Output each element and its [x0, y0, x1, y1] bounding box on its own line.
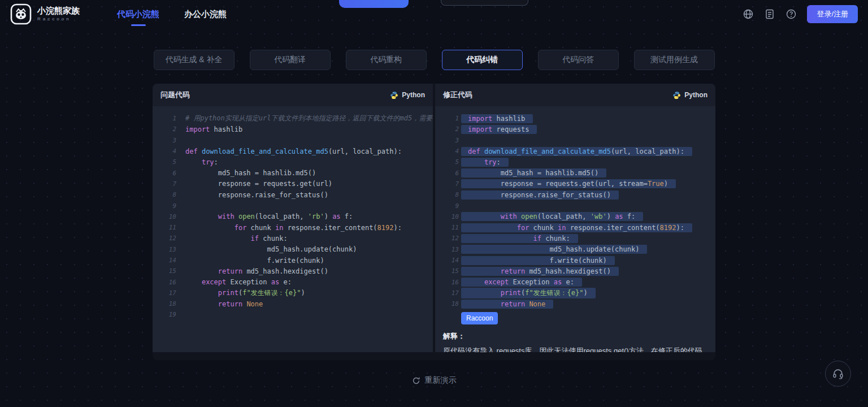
- code-line: 1# 用python实现从指定url下载文件到本地指定路径，返回下载文件的md5…: [153, 113, 433, 124]
- fixed-code-editor[interactable]: 1import hashlib2import requests34def dow…: [435, 106, 715, 352]
- code-line: 18 return None: [435, 298, 715, 309]
- problem-code-header: 问题代码 Python: [153, 84, 433, 106]
- language-badge: Python: [390, 91, 425, 99]
- language-label: Python: [684, 91, 708, 99]
- line-number: 17: [153, 289, 176, 297]
- feature-tab[interactable]: 代码纠错: [442, 50, 523, 70]
- line-number: 18: [435, 300, 459, 308]
- line-number: 3: [153, 137, 176, 144]
- explanation-title: 解释：: [443, 331, 708, 341]
- document-icon[interactable]: [764, 8, 775, 20]
- feature-tab[interactable]: 代码重构: [346, 50, 427, 70]
- language-badge: Python: [672, 91, 708, 99]
- brand-name: 小浣熊家族: [37, 6, 80, 16]
- line-number: 3: [435, 137, 459, 144]
- line-number: 2: [435, 125, 459, 133]
- code-line: 19: [153, 309, 433, 320]
- code-line: 8 response.raise_for_status(): [435, 189, 715, 200]
- line-number: 5: [435, 158, 459, 166]
- line-number: 9: [435, 202, 459, 210]
- code-line: 9: [435, 200, 715, 211]
- code-line: 15 return md5_hash.hexdigest(): [435, 266, 715, 276]
- code-line: 2import hashlib: [153, 124, 433, 135]
- problem-code-editor[interactable]: 1# 用python实现从指定url下载文件到本地指定路径，返回下载文件的md5…: [153, 106, 433, 352]
- code-line: 18 return None: [153, 298, 433, 309]
- code-line: 11 for chunk in response.iter_content(81…: [435, 222, 715, 233]
- problem-code-panel: 问题代码 Python 1# 用python实现从指定url下载文件到本地指定路…: [153, 84, 433, 352]
- code-line: 16 except Exception as e:: [435, 276, 715, 287]
- code-line: 11 for chunk in response.iter_content(81…: [153, 222, 433, 233]
- code-compare-card: 问题代码 Python 1# 用python实现从指定url下载文件到本地指定路…: [153, 84, 715, 360]
- code-line: 14 f.write(chunk): [153, 255, 433, 266]
- line-number: 18: [153, 300, 176, 308]
- globe-icon[interactable]: [743, 8, 754, 20]
- line-number: 15: [435, 267, 459, 275]
- nav-item[interactable]: 代码小浣熊: [116, 9, 160, 20]
- feature-tab[interactable]: 测试用例生成: [634, 50, 715, 70]
- line-number: 8: [153, 191, 176, 198]
- line-number: 12: [435, 235, 459, 242]
- language-label: Python: [402, 91, 425, 99]
- line-number: 16: [153, 279, 176, 286]
- code-line: 3: [435, 135, 715, 146]
- line-number: 15: [153, 267, 176, 275]
- line-number: 17: [435, 289, 459, 297]
- code-line: 17 print(f"发生错误：{e}"): [153, 288, 433, 298]
- code-line: 6 md5_hash = hashlib.md5(): [153, 167, 433, 178]
- line-number: 6: [153, 170, 176, 177]
- top-nav: 小浣熊家族 Raccoon 代码小浣熊办公小浣熊 登录/注册: [0, 0, 868, 28]
- feature-tab[interactable]: 代码生成 & 补全: [154, 50, 235, 70]
- code-line: 3: [153, 135, 433, 146]
- line-number: 13: [435, 246, 459, 253]
- code-line: 5 try:: [153, 157, 433, 167]
- line-number: 7: [435, 180, 459, 188]
- line-number: 6: [435, 170, 459, 177]
- line-number: 14: [435, 257, 459, 264]
- python-icon: [672, 91, 681, 99]
- line-number: 5: [153, 158, 176, 166]
- line-number: 10: [153, 213, 176, 220]
- fixed-code-panel: 修正代码 Python 1import hashlib2import reque…: [435, 84, 715, 352]
- code-line: 7 response = requests.get(url): [153, 179, 433, 189]
- line-number: 12: [153, 235, 176, 242]
- code-line: 7 response = requests.get(url, stream=Tr…: [435, 179, 715, 189]
- code-line: 16 except Exception as e:: [153, 276, 433, 287]
- code-line: 4def download_file_and_calculate_md5(url…: [435, 146, 715, 157]
- line-number: 7: [153, 180, 176, 188]
- code-line: 14 f.write(chunk): [435, 255, 715, 266]
- code-line: 12 if chunk:: [153, 233, 433, 244]
- line-number: 13: [153, 246, 176, 253]
- brand-logo[interactable]: 小浣熊家族 Raccoon: [10, 3, 103, 25]
- code-line: 12 if chunk:: [435, 233, 715, 244]
- support-button[interactable]: [825, 361, 851, 387]
- code-line: 13 md5_hash.update(chunk): [153, 244, 433, 255]
- code-line: 8 response.raise_for_status(): [153, 189, 433, 200]
- replay-label: 重新演示: [425, 375, 457, 386]
- line-number: 8: [435, 191, 459, 198]
- feature-tab[interactable]: 代码问答: [538, 50, 619, 70]
- feature-tab[interactable]: 代码翻译: [250, 50, 331, 70]
- python-icon: [390, 91, 398, 99]
- footer: 重新演示: [0, 375, 868, 386]
- line-number: 10: [435, 213, 459, 220]
- brand-subtitle: Raccoon: [37, 17, 80, 22]
- code-line: 10 with open(local_path, 'rb') as f:: [153, 211, 433, 222]
- code-line: 15 return md5_hash.hexdigest(): [153, 266, 433, 276]
- replay-button[interactable]: 重新演示: [412, 375, 457, 386]
- line-number: 4: [153, 148, 176, 155]
- code-line: 4def download_file_and_calculate_md5(url…: [153, 146, 433, 157]
- panel-title: 问题代码: [160, 90, 190, 100]
- code-line: 1import hashlib: [435, 113, 715, 124]
- help-icon[interactable]: [785, 8, 797, 20]
- headset-icon: [832, 367, 844, 380]
- line-number: 2: [153, 125, 176, 133]
- line-number: 1: [435, 115, 459, 122]
- nav-item[interactable]: 办公小浣熊: [183, 9, 228, 20]
- code-line: 17 print(f"发生错误：{e}"): [435, 288, 715, 298]
- line-number: 4: [435, 148, 459, 155]
- panel-title: 修正代码: [443, 90, 472, 100]
- nav-right: 登录/注册: [743, 5, 858, 23]
- line-number: 9: [153, 202, 176, 210]
- line-number: 19: [153, 311, 176, 318]
- login-register-button[interactable]: 登录/注册: [807, 5, 858, 23]
